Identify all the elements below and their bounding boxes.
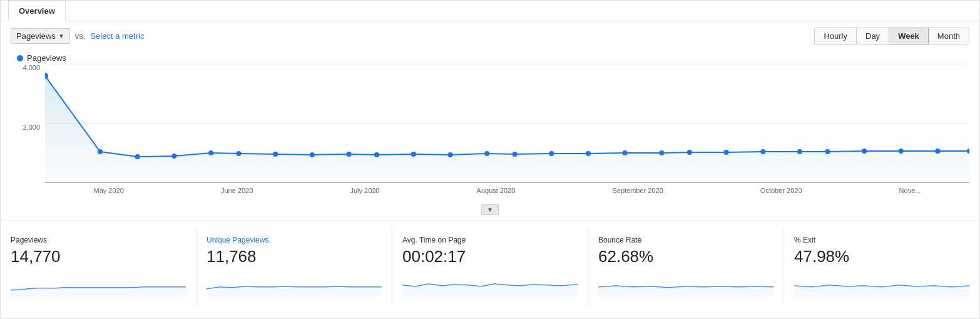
chart-point <box>310 152 315 157</box>
metric-card-avg-time: Avg. Time on Page 00:02:17 <box>392 228 588 306</box>
main-container: Overview Pageviews ▼ vs. Select a metric… <box>0 0 980 319</box>
metric-card-pageviews: Pageviews 14,770 <box>1 228 197 306</box>
chart-wrapper: 4,000 2,000 <box>11 64 969 202</box>
metric-value-pageviews: 14,770 <box>11 247 186 266</box>
metric-title-bounce-rate: Bounce Rate <box>598 236 773 244</box>
toolbar-left: Pageviews ▼ vs. Select a metric <box>11 28 144 44</box>
tab-bar: Overview <box>1 1 979 21</box>
legend-label-pageviews: Pageviews <box>27 53 66 63</box>
vs-label: vs. <box>75 31 86 41</box>
metric-card-exit: % Exit 47.98% <box>784 228 979 306</box>
mini-chart-exit <box>794 271 969 296</box>
chart-point <box>797 149 802 154</box>
metric-value-bounce-rate: 62.68% <box>598 247 773 266</box>
mini-chart-pageviews <box>11 271 186 296</box>
mini-chart-unique-pageviews <box>207 271 382 296</box>
time-btn-day[interactable]: Day <box>857 28 889 44</box>
legend-dot-pageviews <box>17 55 23 61</box>
select-metric-link[interactable]: Select a metric <box>90 31 144 41</box>
y-label-2000: 2,000 <box>11 123 45 131</box>
chart-point <box>687 150 692 155</box>
x-label-september: September 2020 <box>612 187 663 194</box>
x-label-july: July 2020 <box>350 187 379 194</box>
chart-point <box>723 150 728 155</box>
tab-overview[interactable]: Overview <box>8 1 66 21</box>
chart-point <box>208 150 213 155</box>
time-buttons: Hourly Day Week Month <box>814 28 969 44</box>
y-label-4000: 4,000 <box>11 64 45 71</box>
chart-point <box>549 151 554 156</box>
x-label-november: Nove... <box>899 187 921 194</box>
chart-area: Pageviews 4,000 2,000 <box>1 51 979 217</box>
metric-value-unique-pageviews: 11,768 <box>207 247 382 266</box>
chart-point <box>237 151 242 156</box>
scroll-down-button[interactable]: ▼ <box>481 204 499 215</box>
chart-legend: Pageviews <box>11 51 969 64</box>
metric-dropdown[interactable]: Pageviews ▼ <box>11 28 70 44</box>
time-btn-month[interactable]: Month <box>929 28 969 44</box>
chart-point <box>623 150 628 155</box>
chart-point <box>135 154 140 159</box>
x-axis: May 2020 June 2020 July 2020 August 2020… <box>45 183 969 202</box>
x-label-may: May 2020 <box>94 187 124 194</box>
metrics-row: Pageviews 14,770 Unique Pageviews 11,768… <box>1 220 979 311</box>
chart-point <box>447 152 452 157</box>
toolbar: Pageviews ▼ vs. Select a metric Hourly D… <box>1 21 979 51</box>
time-btn-hourly[interactable]: Hourly <box>814 28 857 44</box>
chart-point <box>862 149 867 154</box>
mini-chart-avg-time <box>402 271 578 296</box>
scroll-indicator: ▼ <box>11 202 969 217</box>
metric-title-unique-pageviews: Unique Pageviews <box>207 236 382 244</box>
chart-point <box>484 151 489 156</box>
metric-value-avg-time: 00:02:17 <box>402 247 578 266</box>
chart-svg <box>45 64 969 183</box>
tab-overview-label: Overview <box>19 6 55 16</box>
chart-line <box>45 76 969 157</box>
metric-card-unique-pageviews: Unique Pageviews 11,768 <box>197 228 392 306</box>
chart-point <box>760 149 765 154</box>
chart-point <box>935 149 940 154</box>
chart-point <box>347 152 352 157</box>
mini-chart-bounce-rate <box>598 271 773 296</box>
chart-point <box>273 152 278 157</box>
chart-area-fill <box>45 76 969 183</box>
metric-card-bounce-rate: Bounce Rate 62.68% <box>588 228 784 306</box>
metric-value-exit: 47.98% <box>794 247 969 266</box>
y-axis: 4,000 2,000 <box>11 64 45 183</box>
chart-point <box>411 152 416 157</box>
x-label-june: June 2020 <box>221 187 253 194</box>
time-btn-week[interactable]: Week <box>889 28 929 44</box>
metric-title-exit: % Exit <box>794 236 969 244</box>
chart-point <box>374 152 379 157</box>
chart-point <box>586 151 591 156</box>
chart-point <box>45 73 48 79</box>
chart-inner <box>45 64 969 183</box>
x-label-october: October 2020 <box>760 187 802 194</box>
x-label-august: August 2020 <box>477 187 516 194</box>
chart-point <box>899 149 904 154</box>
metric-dropdown-label: Pageviews <box>16 31 56 41</box>
chart-point <box>171 154 176 159</box>
dropdown-arrow-icon: ▼ <box>58 33 64 39</box>
chart-point <box>659 150 664 155</box>
chart-point <box>98 149 103 154</box>
chart-point <box>825 149 830 154</box>
chart-point <box>513 152 518 157</box>
metric-title-avg-time: Avg. Time on Page <box>402 236 578 244</box>
metric-title-pageviews: Pageviews <box>11 236 186 244</box>
